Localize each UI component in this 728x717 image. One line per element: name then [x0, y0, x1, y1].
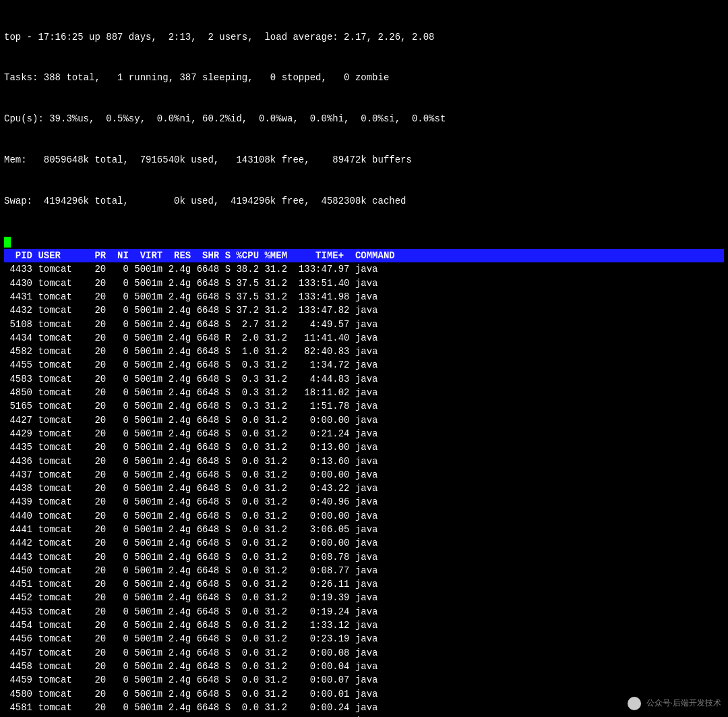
table-row: 4457 tomcat 20 0 5001m 2.4g 6648 S 0.0 3… [4, 646, 724, 660]
table-row: 4435 tomcat 20 0 5001m 2.4g 6648 S 0.0 3… [4, 440, 724, 454]
table-row: 4581 tomcat 20 0 5001m 2.4g 6648 S 0.0 3… [4, 701, 724, 714]
table-row: 4429 tomcat 20 0 5001m 2.4g 6648 S 0.0 3… [4, 427, 724, 440]
cursor-line [4, 235, 724, 249]
table-row: 4433 tomcat 20 0 5001m 2.4g 6648 S 38.2 … [4, 262, 724, 276]
process-table: 4433 tomcat 20 0 5001m 2.4g 6648 S 38.2 … [4, 262, 724, 717]
header-line5: Swap: 4194296k total, 0k used, 4194296k … [4, 194, 724, 208]
table-row: 4430 tomcat 20 0 5001m 2.4g 6648 S 37.5 … [4, 277, 724, 290]
table-row: 4443 tomcat 20 0 5001m 2.4g 6648 S 0.0 3… [4, 550, 724, 564]
table-row: 4441 tomcat 20 0 5001m 2.4g 6648 S 0.0 3… [4, 523, 724, 536]
header-line2: Tasks: 388 total, 1 running, 387 sleepin… [4, 71, 724, 84]
table-row: 4451 tomcat 20 0 5001m 2.4g 6648 S 0.0 3… [4, 577, 724, 591]
table-row: 4434 tomcat 20 0 5001m 2.4g 6648 R 2.0 3… [4, 331, 724, 345]
table-row: 4439 tomcat 20 0 5001m 2.4g 6648 S 0.0 3… [4, 495, 724, 509]
table-row: 4440 tomcat 20 0 5001m 2.4g 6648 S 0.0 3… [4, 509, 724, 523]
table-row: 4459 tomcat 20 0 5001m 2.4g 6648 S 0.0 3… [4, 673, 724, 687]
header-line4: Mem: 8059648k total, 7916540k used, 1431… [4, 153, 724, 167]
table-row: 4850 tomcat 20 0 5001m 2.4g 6648 S 0.3 3… [4, 386, 724, 399]
table-row: 4437 tomcat 20 0 5001m 2.4g 6648 S 0.0 3… [4, 468, 724, 482]
table-row: 4455 tomcat 20 0 5001m 2.4g 6648 S 0.3 3… [4, 358, 724, 372]
header-line3: Cpu(s): 39.3%us, 0.5%sy, 0.0%ni, 60.2%id… [4, 112, 724, 125]
table-row: 4584 tomcat 20 0 5001m 2.4g 6648 S 0.0 3… [4, 714, 724, 717]
cursor-block [4, 237, 11, 248]
table-header: PID USER PR NI VIRT RES SHR S %CPU %MEM … [4, 249, 724, 262]
table-row: 4453 tomcat 20 0 5001m 2.4g 6648 S 0.0 3… [4, 605, 724, 619]
table-row: 4450 tomcat 20 0 5001m 2.4g 6648 S 0.0 3… [4, 564, 724, 577]
header-line1: top - 17:16:25 up 887 days, 2:13, 2 user… [4, 30, 724, 44]
watermark: 公众号·后端开发技术 [628, 697, 721, 710]
table-row: 5108 tomcat 20 0 5001m 2.4g 6648 S 2.7 3… [4, 318, 724, 331]
table-row: 4431 tomcat 20 0 5001m 2.4g 6648 S 37.5 … [4, 290, 724, 304]
table-row: 4458 tomcat 20 0 5001m 2.4g 6648 S 0.0 3… [4, 660, 724, 673]
table-row: 4442 tomcat 20 0 5001m 2.4g 6648 S 0.0 3… [4, 536, 724, 550]
table-row: 4427 tomcat 20 0 5001m 2.4g 6648 S 0.0 3… [4, 413, 724, 427]
table-row: 4580 tomcat 20 0 5001m 2.4g 6648 S 0.0 3… [4, 687, 724, 701]
table-row: 4432 tomcat 20 0 5001m 2.4g 6648 S 37.2 … [4, 304, 724, 317]
top-header: top - 17:16:25 up 887 days, 2:13, 2 user… [4, 3, 724, 235]
table-row: 4438 tomcat 20 0 5001m 2.4g 6648 S 0.0 3… [4, 482, 724, 495]
table-row: 4583 tomcat 20 0 5001m 2.4g 6648 S 0.3 3… [4, 372, 724, 386]
table-row: 4436 tomcat 20 0 5001m 2.4g 6648 S 0.0 3… [4, 455, 724, 468]
watermark-text: 公众号·后端开发技术 [646, 698, 721, 708]
terminal-window: top - 17:16:25 up 887 days, 2:13, 2 user… [4, 3, 724, 717]
table-row: 4582 tomcat 20 0 5001m 2.4g 6648 S 1.0 3… [4, 345, 724, 358]
watermark-icon [628, 697, 641, 710]
table-row: 4452 tomcat 20 0 5001m 2.4g 6648 S 0.0 3… [4, 591, 724, 604]
table-row: 4456 tomcat 20 0 5001m 2.4g 6648 S 0.0 3… [4, 632, 724, 646]
table-row: 5165 tomcat 20 0 5001m 2.4g 6648 S 0.3 3… [4, 399, 724, 413]
table-row: 4454 tomcat 20 0 5001m 2.4g 6648 S 0.0 3… [4, 619, 724, 632]
